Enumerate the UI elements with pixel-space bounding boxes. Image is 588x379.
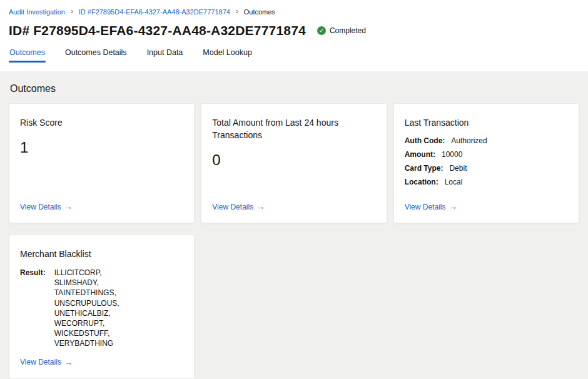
- card-merchant-blacklist: Merchant Blacklist Result: ILLICITCORP, …: [9, 235, 195, 379]
- breadcrumb-case-id[interactable]: ID #F27895D4-EFA6-4327-AA48-A32DE7771874: [79, 8, 230, 16]
- status-badge: ✓ Completed: [317, 26, 366, 35]
- view-details-link-last-transaction[interactable]: View Details →: [405, 193, 457, 211]
- field-label: Amount:: [405, 150, 435, 159]
- blacklist-item: SLIMSHADY,: [54, 278, 119, 288]
- risk-score-value: 1: [20, 139, 183, 156]
- arrow-right-icon: →: [64, 202, 73, 211]
- view-details-label: View Details: [20, 203, 61, 211]
- card-total-amount: Total Amount from Last 24 hours Transact…: [201, 103, 387, 223]
- breadcrumb: Audit Investigation > ID #F27895D4-EFA6-…: [9, 8, 579, 16]
- card-title: Last Transaction: [405, 116, 568, 129]
- blacklist-item: WICKEDSTUFF,: [54, 328, 119, 338]
- cards-grid: Risk Score 1 View Details → Total Amount…: [9, 103, 579, 379]
- breadcrumb-current: Outcomes: [244, 8, 275, 16]
- field-card-type: Card Type: Debit: [405, 164, 568, 173]
- field-location: Location: Local: [405, 178, 568, 186]
- view-details-link-total-amount[interactable]: View Details →: [212, 193, 265, 211]
- arrow-right-icon: →: [256, 202, 265, 211]
- field-auth-code: Auth Code: Authorized: [405, 136, 568, 145]
- tab-input-data[interactable]: Input Data: [146, 48, 184, 63]
- check-circle-icon: ✓: [317, 26, 326, 35]
- blacklist-item: UNSCRUPULOUS,: [54, 298, 119, 308]
- status-label: Completed: [330, 26, 366, 35]
- field-label: Location:: [405, 178, 438, 186]
- blacklist-item: WECORRUPT,: [54, 318, 119, 328]
- tab-outcomes-details[interactable]: Outcomes Details: [64, 48, 128, 63]
- view-details-label: View Details: [20, 358, 61, 366]
- field-value: 10000: [442, 150, 462, 159]
- field-value: Local: [445, 178, 463, 186]
- page-header: Audit Investigation > ID #F27895D4-EFA6-…: [0, 0, 588, 71]
- arrow-right-icon: →: [449, 202, 457, 211]
- breadcrumb-audit-investigation[interactable]: Audit Investigation: [9, 8, 65, 16]
- last-transaction-fields: Auth Code: Authorized Amount: 10000 Card…: [405, 136, 568, 186]
- field-label: Auth Code:: [405, 136, 445, 145]
- card-risk-score: Risk Score 1 View Details →: [9, 103, 195, 223]
- tab-outcomes[interactable]: Outcomes: [9, 48, 46, 63]
- blacklist-item: TAINTEDTHINGS,: [54, 288, 119, 298]
- tab-bar: Outcomes Outcomes Details Input Data Mod…: [9, 48, 579, 63]
- blacklist-item: ILLICITCORP,: [54, 268, 119, 278]
- field-amount: Amount: 10000: [405, 150, 568, 159]
- section-title: Outcomes: [10, 83, 579, 94]
- result-label: Result:: [20, 268, 46, 349]
- page-title: ID# F27895D4-EFA6-4327-AA48-A32DE7771874: [9, 23, 306, 38]
- result-values: ILLICITCORP, SLIMSHADY, TAINTEDTHINGS, U…: [54, 268, 119, 349]
- arrow-right-icon: →: [64, 358, 73, 367]
- title-row: ID# F27895D4-EFA6-4327-AA48-A32DE7771874…: [9, 23, 579, 38]
- field-value: Debit: [449, 164, 467, 173]
- total-amount-value: 0: [212, 151, 375, 169]
- merchant-blacklist-result: Result: ILLICITCORP, SLIMSHADY, TAINTEDT…: [20, 268, 183, 349]
- card-title: Total Amount from Last 24 hours Transact…: [212, 116, 356, 141]
- view-details-label: View Details: [212, 203, 253, 211]
- view-details-label: View Details: [405, 203, 446, 211]
- blacklist-item: VERYBADTHING: [54, 338, 119, 348]
- card-title: Risk Score: [20, 116, 183, 129]
- field-value: Authorized: [451, 136, 487, 145]
- card-last-transaction: Last Transaction Auth Code: Authorized A…: [393, 103, 579, 223]
- view-details-link-risk-score[interactable]: View Details →: [20, 193, 73, 211]
- main-content: Outcomes Risk Score 1 View Details → Tot…: [0, 71, 588, 379]
- card-title: Merchant Blacklist: [20, 248, 183, 260]
- breadcrumb-separator-icon: >: [71, 8, 73, 16]
- tab-model-lookup[interactable]: Model Lookup: [202, 48, 253, 63]
- field-label: Card Type:: [405, 164, 444, 173]
- breadcrumb-separator-icon: >: [236, 8, 238, 16]
- blacklist-item: UNETHICALBIZ,: [54, 308, 119, 318]
- view-details-link-merchant-blacklist[interactable]: View Details →: [20, 349, 73, 367]
